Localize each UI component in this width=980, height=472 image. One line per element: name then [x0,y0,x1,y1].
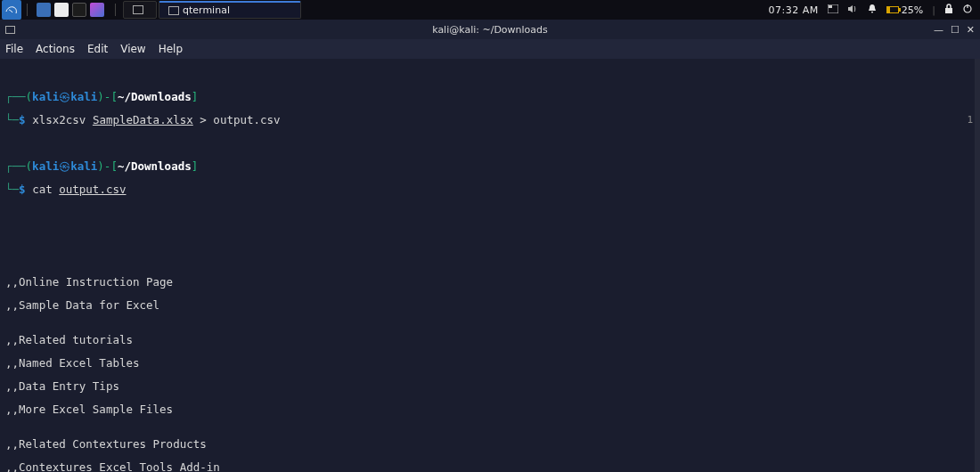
command-line: └─$ cat output.csv [5,183,975,195]
taskbar-workspace-button[interactable] [123,1,157,19]
quick-launch [33,3,108,17]
browser-icon[interactable] [54,3,69,17]
window-app-icon [5,26,15,34]
menu-file[interactable]: File [5,43,23,55]
files-icon[interactable] [37,3,51,17]
blank-line [5,137,975,149]
text-editor-icon[interactable] [90,3,104,17]
panel-right-group: 07:32 AM 25% | [769,4,980,17]
terminal-icon [168,6,179,15]
window-titlebar[interactable]: kali@kali: ~/Downloads — ☐ ✕ [0,20,980,39]
window-close-button[interactable]: ✕ [967,24,975,36]
blank-line [5,207,975,218]
menu-help[interactable]: Help [159,43,183,55]
command-line: └─$ xlsx2csv SampleData.xlsx > output.cs… [5,114,975,126]
menubar: File Actions Edit View Help [0,39,980,59]
output-line: ,,Online Instruction Page [5,276,975,288]
panel-separator: | [932,4,935,16]
window-title: kali@kali: ~/Downloads [432,24,548,36]
lock-icon[interactable] [944,4,953,17]
svg-rect-2 [945,8,952,13]
terminal-icon[interactable] [72,3,86,17]
output-line: ,,Sample Data for Excel [5,299,975,311]
blank-line [5,230,975,241]
menu-edit[interactable]: Edit [87,43,108,55]
taskbar-app-qterminal[interactable]: qterminal [159,1,301,19]
clock[interactable]: 07:32 AM [769,4,819,16]
output-line: ,,Data Entry Tips [5,380,975,392]
battery-icon [886,6,899,13]
volume-icon[interactable] [847,4,858,17]
workspace-icon [133,5,143,14]
output-line: ,,Named Excel Tables [5,357,975,369]
menu-view[interactable]: View [120,43,145,55]
output-line: ,,More Excel Sample Files [5,403,975,415]
panel-left-group: qterminal [0,0,303,20]
svg-rect-1 [829,5,832,8]
panel-separator [27,4,28,16]
panel-separator [115,4,116,16]
notifications-icon[interactable] [867,4,878,17]
terminal-viewport[interactable]: 1 ┌──(kali㉿kali)-[~/Downloads] └─$ xlsx2… [0,59,980,472]
scrollback-indicator: 1 [967,114,973,126]
window-maximize-button[interactable]: ☐ [951,24,960,36]
taskbar-app-label: qterminal [183,4,230,16]
kali-menu-icon[interactable] [2,0,21,20]
window-minimize-button[interactable]: — [934,24,943,36]
prompt-line: ┌──(kali㉿kali)-[~/Downloads] [5,91,975,102]
xfce-panel: qterminal 07:32 AM 25% | [0,0,980,20]
prompt-line: ┌──(kali㉿kali)-[~/Downloads] [5,160,975,172]
output-line: ,,Related Contextures Products [5,438,975,450]
window-controls: — ☐ ✕ [934,24,980,36]
power-icon[interactable] [962,4,973,17]
battery-indicator[interactable]: 25% [886,4,923,16]
output-line: ,,Contextures Excel Tools Add-in [5,461,975,472]
workspace-switcher-icon[interactable] [828,4,838,16]
menu-actions[interactable]: Actions [36,43,75,55]
battery-percent-label: 25% [902,4,923,16]
blank-line [5,253,975,264]
output-line: ,,Related tutorials [5,334,975,346]
